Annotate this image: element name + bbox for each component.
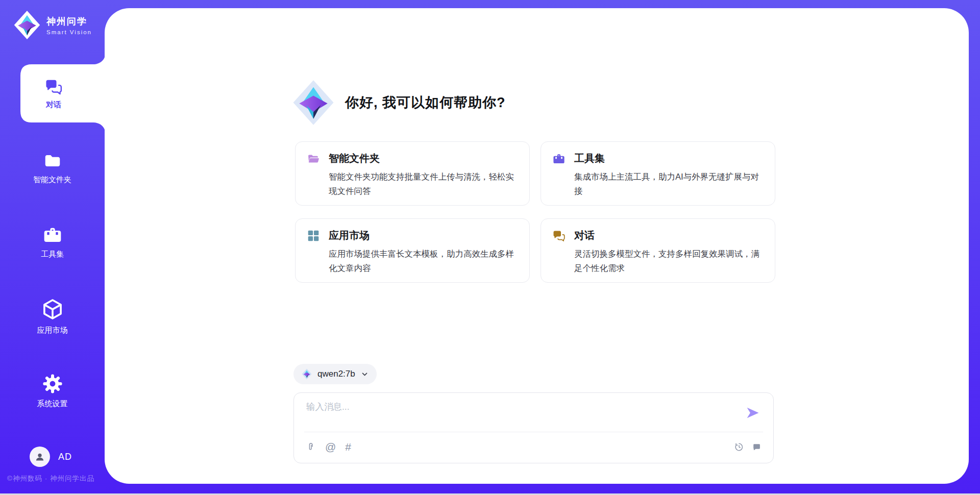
chat-icon — [552, 229, 566, 242]
sidebar-item-label: 工具集 — [41, 250, 64, 259]
card-title: 智能文件夹 — [329, 152, 380, 165]
card-description: 智能文件夹功能支持批量文件上传与清洗，轻松实现文件问答 — [329, 170, 522, 198]
greeting-title: 你好, 我可以如何帮助你? — [345, 93, 506, 112]
attachment-button[interactable] — [306, 441, 316, 453]
model-diamond-icon — [302, 368, 312, 380]
footer-copyright: ©神州数码 · 神州问学出品 — [7, 474, 94, 483]
app: { "brand": { "name": "神州问学", "subtitle":… — [0, 0, 980, 495]
chevron-down-icon — [361, 370, 369, 378]
composer-divider — [304, 432, 763, 432]
assistant-diamond-icon — [292, 79, 335, 126]
toolbox-icon — [42, 225, 63, 245]
send-icon — [746, 406, 760, 420]
composer-toolbar: @ # — [306, 437, 762, 457]
sidebar-item-label: 应用市场 — [37, 326, 68, 335]
sidebar-item-smart-folder[interactable]: 智能文件夹 — [0, 151, 105, 185]
brand-diamond-icon — [13, 10, 41, 40]
card-app-market[interactable]: 应用市场 应用市场提供丰富长文本模板，助力高效生成多样化文章内容 — [295, 218, 530, 283]
card-smart-folder[interactable]: 智能文件夹 智能文件夹功能支持批量文件上传与清洗，轻松实现文件问答 — [295, 141, 530, 206]
hashtag-icon: # — [345, 441, 351, 453]
card-description: 集成市场上主流工具，助力AI与外界无缝扩展与对接 — [574, 170, 767, 198]
card-title: 工具集 — [574, 152, 605, 165]
gear-icon — [42, 373, 63, 394]
attachment-icon — [306, 441, 316, 453]
feedback-bubble-button[interactable] — [752, 442, 762, 452]
folder-open-icon — [307, 152, 320, 165]
card-title: 对话 — [574, 229, 595, 242]
sidebar-item-settings[interactable]: 系统设置 — [0, 373, 105, 409]
chat-icon — [44, 78, 63, 96]
chat-bubble-icon — [752, 442, 762, 452]
apps-grid-icon — [307, 229, 320, 242]
history-button[interactable] — [734, 442, 744, 452]
history-icon — [734, 442, 744, 452]
sidebar-item-label: 系统设置 — [37, 399, 68, 409]
brand-logo: 神州问学 Smart Vision — [13, 10, 92, 40]
model-name: qwen2:7b — [317, 369, 355, 379]
hashtag-button[interactable]: # — [345, 441, 351, 453]
feature-cards: 智能文件夹 智能文件夹功能支持批量文件上传与清洗，轻松实现文件问答 工具集 集成… — [295, 141, 775, 283]
sidebar-item-label: 对话 — [46, 100, 61, 110]
sidebar-item-label: 智能文件夹 — [33, 175, 71, 185]
card-description: 灵活切换多模型文件，支持多样回复效果调试，满足个性化需求 — [574, 247, 767, 275]
person-icon — [34, 451, 46, 463]
avatar — [30, 447, 50, 467]
message-composer: @ # — [293, 392, 774, 463]
greeting: 你好, 我可以如何帮助你? — [292, 79, 506, 126]
user-account-button[interactable]: AD — [30, 447, 72, 467]
brand-name: 神州问学 — [46, 15, 92, 28]
sidebar-item-toolbox[interactable]: 工具集 — [0, 225, 105, 259]
sidebar-item-chat[interactable]: 对话 — [20, 66, 87, 120]
brand-subtitle: Smart Vision — [46, 29, 92, 35]
card-chat[interactable]: 对话 灵活切换多模型文件，支持多样回复效果调试，满足个性化需求 — [541, 218, 775, 283]
mention-button[interactable]: @ — [325, 441, 336, 453]
model-selector[interactable]: qwen2:7b — [293, 364, 377, 384]
card-description: 应用市场提供丰富长文本模板，助力高效生成多样化文章内容 — [329, 247, 522, 275]
user-initials: AD — [58, 452, 72, 462]
folder-icon — [43, 151, 62, 170]
mention-icon: @ — [325, 441, 336, 453]
send-button[interactable] — [746, 406, 760, 420]
cube-icon — [41, 298, 64, 321]
card-title: 应用市场 — [329, 229, 370, 242]
briefcase-icon — [552, 152, 566, 165]
message-input[interactable] — [306, 401, 740, 429]
card-toolbox[interactable]: 工具集 集成市场上主流工具，助力AI与外界无缝扩展与对接 — [541, 141, 775, 206]
sidebar-item-app-market[interactable]: 应用市场 — [0, 298, 105, 335]
